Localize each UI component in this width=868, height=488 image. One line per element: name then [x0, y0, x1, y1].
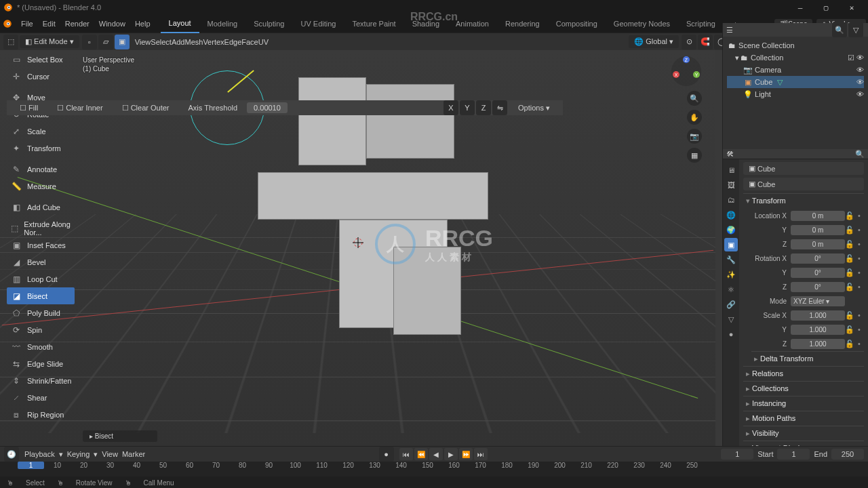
prop-tab-particle-icon[interactable]: ✨ [724, 268, 738, 281]
current-frame-input[interactable]: 1 [721, 449, 753, 460]
jump-end-icon[interactable]: ⏭ [474, 448, 488, 460]
select-menu[interactable]: Select [151, 38, 172, 46]
tool-select-box[interactable]: ▭Select Box [7, 51, 75, 68]
location-z-input[interactable]: 0 m [791, 239, 845, 249]
options-dropdown[interactable]: Options ▾ [509, 104, 559, 113]
edge-select-icon[interactable]: ▱ [98, 35, 113, 49]
lock-icon[interactable]: 🔓 [845, 240, 854, 249]
tab-uvediting[interactable]: UV Editing [292, 15, 344, 33]
keying-menu[interactable]: Keying [67, 450, 90, 458]
prop-tab-constraint-icon[interactable]: 🔗 [724, 298, 738, 311]
prop-tab-object-icon[interactable]: ▣ [724, 238, 738, 251]
scale-y-input[interactable]: 1.000 [791, 325, 845, 335]
orientation-dropdown[interactable]: 🌐 Global ▾ [629, 35, 679, 48]
vertex-select-icon[interactable]: ▫ [82, 35, 97, 49]
tab-animation[interactable]: Animation [448, 15, 497, 33]
outliner-collection[interactable]: ▾ 🖿 Collection☑ 👁 [727, 52, 864, 64]
outliner-item-camera[interactable]: 📷 Camera👁 [727, 64, 864, 76]
pivot-icon[interactable]: ⊙ [682, 35, 696, 49]
panel-transform[interactable]: Transform [743, 193, 864, 208]
tool-transform[interactable]: ✦Transform [7, 140, 75, 157]
marker-menu[interactable]: Marker [122, 450, 145, 458]
tool-bisect[interactable]: ◪Bisect [7, 287, 75, 304]
keyframe-next-icon[interactable]: ⏩ [459, 448, 473, 460]
tool-scale[interactable]: ⤢Scale [7, 123, 75, 140]
app-icon[interactable] [3, 19, 12, 28]
lock-icon[interactable]: 🔓 [845, 340, 854, 348]
tool-shear[interactable]: ⟋Shear [7, 389, 75, 406]
menu-edit[interactable]: Edit [38, 15, 60, 33]
last-operator-panel[interactable]: ▸ Bisect [83, 430, 157, 442]
pan-icon[interactable]: ✋ [687, 110, 702, 125]
option-fill[interactable]: ☐ Fill [10, 104, 47, 113]
tab-shading[interactable]: Shading [404, 15, 448, 33]
uv-menu[interactable]: UV [258, 38, 269, 46]
tool-polybuild[interactable]: ⬠Poly Build [7, 304, 75, 321]
prop-tab-data-icon[interactable]: ▽ [724, 312, 738, 326]
viewport-3d[interactable]: ☐ Fill ☐ Clear Inner ☐ Clear Outer Axis … [0, 50, 715, 446]
tab-modeling[interactable]: Modeling [199, 15, 246, 33]
view-menu[interactable]: View [135, 38, 151, 46]
option-clear-inner[interactable]: ☐ Clear Inner [47, 104, 112, 113]
axis-threshold-input[interactable]: 0.00010 [247, 102, 288, 113]
end-frame-input[interactable]: 250 [831, 449, 864, 460]
lock-icon[interactable]: 🔓 [845, 283, 854, 291]
lock-icon[interactable]: 🔓 [845, 325, 854, 334]
lock-icon[interactable]: 🔓 [845, 254, 854, 263]
tab-layout[interactable]: Layout [161, 14, 199, 33]
prop-tab-viewlayer-icon[interactable]: 🗂 [724, 193, 738, 207]
location-y-input[interactable]: 0 m [791, 225, 845, 235]
add-menu[interactable]: Add [172, 38, 185, 46]
play-icon[interactable]: ▶ [444, 448, 458, 460]
lock-icon[interactable]: 🔓 [845, 311, 854, 320]
panel-collections[interactable]: Collections [743, 381, 864, 396]
minimize-button[interactable]: — [787, 0, 813, 15]
menu-file[interactable]: File [16, 15, 38, 33]
snap-icon[interactable]: 🧲 [698, 35, 713, 49]
lock-icon[interactable]: 🔓 [845, 211, 854, 220]
tab-texturepaint[interactable]: Texture Paint [344, 15, 403, 33]
ruler-current[interactable]: 1 [18, 462, 44, 469]
menu-render[interactable]: Render [60, 15, 94, 33]
restrict-select-icon[interactable]: ☑ [848, 54, 854, 62]
zoom-icon[interactable]: 🔍 [687, 91, 702, 106]
restrict-visibility-icon[interactable]: 👁 [856, 78, 864, 86]
start-frame-input[interactable]: 1 [777, 449, 810, 460]
timeline-ruler[interactable]: 1 10 20 30 40 50 60 70 80 90 100 110 120… [0, 462, 868, 476]
outliner-scene-collection[interactable]: 🖿 Scene Collection [727, 39, 864, 52]
perspective-toggle-icon[interactable]: ▦ [687, 148, 702, 163]
rotation-z-input[interactable]: 0° [791, 282, 845, 292]
tool-spin[interactable]: ⟳Spin [7, 321, 75, 338]
prop-breadcrumb-data[interactable]: ▣ Cube [743, 178, 864, 190]
keyframe-prev-icon[interactable]: ⏪ [414, 448, 428, 460]
play-reverse-icon[interactable]: ◀ [429, 448, 443, 460]
mode-dropdown[interactable]: ◧ Edit Mode ▾ [20, 35, 79, 48]
option-clear-outer[interactable]: ☐ Clear Outer [113, 104, 179, 113]
tool-loopcut[interactable]: ▥Loop Cut [7, 270, 75, 287]
mirror-icon[interactable]: ⇋ [492, 100, 507, 115]
restrict-visibility-icon[interactable]: 👁 [856, 54, 864, 62]
prop-tab-world-icon[interactable]: 🌍 [724, 223, 738, 237]
lock-icon[interactable]: 🔓 [845, 226, 854, 235]
mesh-menu[interactable]: Mesh [184, 38, 203, 46]
scale-x-input[interactable]: 1.000 [791, 310, 845, 321]
restrict-visibility-icon[interactable]: 👁 [856, 66, 864, 74]
autokey-icon[interactable]: ● [379, 447, 394, 462]
editor-type-icon[interactable]: ⬚ [3, 35, 18, 49]
tool-edgeslide[interactable]: ⇆Edge Slide [7, 355, 75, 372]
restrict-visibility-icon[interactable]: 👁 [856, 90, 864, 98]
panel-delta-transform[interactable]: Delta Transform [751, 351, 864, 366]
rotation-x-input[interactable]: 0° [791, 253, 845, 264]
view-menu-timeline[interactable]: View [102, 450, 118, 458]
location-x-input[interactable]: 0 m [791, 211, 845, 221]
outliner-editor-icon[interactable]: ☰ [726, 26, 733, 35]
tool-shrinkfatten[interactable]: ⇕Shrink/Fatten [7, 372, 75, 389]
panel-instancing[interactable]: Instancing [743, 396, 864, 411]
playback-menu[interactable]: Playback [24, 450, 55, 458]
tool-measure[interactable]: 📏Measure [7, 178, 75, 195]
close-button[interactable]: ✕ [839, 0, 865, 15]
outliner-item-light[interactable]: 💡 Light👁 [727, 88, 864, 100]
tool-bevel[interactable]: ◢Bevel [7, 253, 75, 270]
menu-help[interactable]: Help [130, 15, 155, 33]
prop-tab-scene-icon[interactable]: 🌐 [724, 208, 738, 222]
